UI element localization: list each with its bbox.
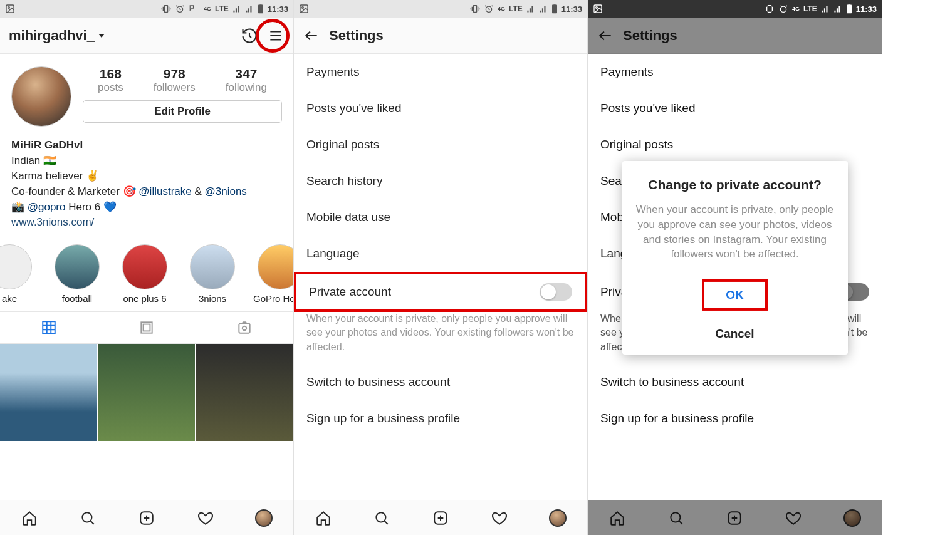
nav-profile-icon[interactable] <box>549 509 567 527</box>
post-thumb[interactable] <box>98 344 196 441</box>
svg-rect-8 <box>144 324 150 331</box>
lte-label: LTE <box>509 4 523 13</box>
image-icon <box>593 4 603 14</box>
image-icon <box>299 4 309 14</box>
chevron-down-icon <box>98 34 105 38</box>
mention-3nions[interactable]: @3nions <box>205 185 247 197</box>
battery-icon <box>846 4 852 14</box>
private-account-toggle[interactable] <box>540 283 572 301</box>
settings-item-payments[interactable]: Payments <box>294 54 587 90</box>
4g-label: 4G <box>498 6 505 12</box>
settings-title: Settings <box>329 28 384 44</box>
highlight-item[interactable]: ake <box>0 244 36 304</box>
settings-item-original-posts[interactable]: Original posts <box>294 127 587 163</box>
status-bar: 4G LTE 11:33 <box>0 0 293 18</box>
4g-label: 4G <box>792 6 800 12</box>
username-dropdown[interactable]: mihirgadhvi_ <box>9 28 105 44</box>
svg-rect-5 <box>259 4 261 5</box>
svg-rect-2 <box>164 6 167 13</box>
alarm-icon <box>175 4 185 14</box>
stat-followers[interactable]: 978 followers <box>154 66 196 94</box>
clock: 11:33 <box>856 4 877 14</box>
clock: 11:33 <box>268 4 288 14</box>
signal-icon <box>526 4 535 13</box>
tab-grid[interactable] <box>0 312 98 343</box>
archive-icon[interactable] <box>241 27 258 44</box>
nav-search-icon[interactable] <box>79 509 97 527</box>
settings-item-search-history[interactable]: Search history <box>294 163 587 199</box>
nav-heart-icon[interactable] <box>491 509 508 527</box>
bio-line1: Indian 🇮🇳 <box>11 153 282 169</box>
signal-icon <box>232 4 241 13</box>
lte-label: LTE <box>215 4 229 13</box>
bio-line3: Co-founder & Marketer 🎯 @illustrake & @3… <box>11 184 282 200</box>
status-bar: 4G LTE 11:33 <box>588 0 882 18</box>
nav-profile-icon[interactable] <box>255 509 273 527</box>
highlights-tray[interactable]: ake football one plus 6 3nions GoPro Her… <box>0 239 293 311</box>
volte-icon <box>189 4 200 13</box>
battery-icon <box>551 4 558 14</box>
nav-heart-icon[interactable] <box>197 509 214 527</box>
highlight-item[interactable]: GoPro Hero 6 <box>253 244 293 304</box>
highlight-item[interactable]: football <box>50 244 104 304</box>
posts-grid <box>0 344 293 441</box>
dialog-cancel-button[interactable]: Cancel <box>636 317 834 355</box>
back-arrow-icon[interactable] <box>303 27 320 44</box>
dialog-ok-button[interactable]: OK <box>726 278 744 311</box>
profile-header: mihirgadhvi_ <box>0 18 293 54</box>
screen-dialog: 4G LTE 11:33 Settings Payments Posts you… <box>588 0 882 535</box>
bottom-nav <box>0 500 293 535</box>
settings-item-language[interactable]: Language <box>294 236 587 272</box>
signal-icon-2 <box>833 4 842 13</box>
signal-icon-2 <box>539 4 548 13</box>
bio-website[interactable]: www.3nions.com/ <box>11 216 94 228</box>
mention-gopro[interactable]: @gopro <box>28 201 66 213</box>
private-account-description: When your account is private, only peopl… <box>294 312 587 364</box>
svg-rect-34 <box>848 4 850 5</box>
hamburger-menu-icon[interactable] <box>267 27 285 44</box>
dialog-title: Change to private account? <box>636 177 834 192</box>
nav-home-icon[interactable] <box>315 509 332 527</box>
profile-top: 168 posts 978 followers 347 following Ed… <box>0 54 293 133</box>
settings-item-posts-liked[interactable]: Posts you've liked <box>294 90 587 127</box>
nav-add-icon[interactable] <box>432 509 449 527</box>
stat-posts[interactable]: 168 posts <box>98 66 123 94</box>
dialog-body: When your account is private, only peopl… <box>636 202 834 262</box>
tab-feed[interactable] <box>98 312 196 343</box>
svg-point-10 <box>243 326 247 331</box>
bio-name: MiHiR GaDHvI <box>11 138 282 153</box>
nav-home-icon[interactable] <box>21 509 38 527</box>
nav-add-icon[interactable] <box>138 509 155 527</box>
username-text: mihirgadhvi_ <box>9 28 95 44</box>
post-thumb[interactable] <box>196 344 293 441</box>
settings-item-switch-business[interactable]: Switch to business account <box>294 364 587 400</box>
tab-tagged[interactable] <box>196 312 293 343</box>
highlight-item[interactable]: 3nions <box>185 244 239 304</box>
alarm-icon <box>778 4 788 14</box>
nav-search-icon[interactable] <box>373 509 390 527</box>
edit-profile-button[interactable]: Edit Profile <box>83 100 282 123</box>
status-bar: 4G LTE 11:33 <box>294 0 587 18</box>
settings-header: Settings <box>294 18 587 54</box>
avatar[interactable] <box>11 66 71 127</box>
post-thumb[interactable] <box>0 344 97 441</box>
vibrate-icon <box>470 4 480 14</box>
4g-label: 4G <box>204 6 211 12</box>
svg-point-32 <box>780 6 786 12</box>
svg-point-30 <box>596 7 598 9</box>
settings-item-mobile-data[interactable]: Mobile data use <box>294 199 587 236</box>
stat-following[interactable]: 347 following <box>226 66 267 94</box>
highlight-item[interactable]: one plus 6 <box>118 244 172 304</box>
profile-tabs <box>0 311 293 344</box>
svg-point-11 <box>83 512 92 522</box>
svg-point-1 <box>8 7 10 9</box>
mention-illustrake[interactable]: @illustrake <box>138 185 191 197</box>
vibrate-icon <box>765 4 775 14</box>
annotation-box: OK <box>702 279 768 311</box>
settings-item-signup-business[interactable]: Sign up for a business profile <box>294 400 587 437</box>
bio-block: MiHiR GaDHvI Indian 🇮🇳 Karma believer ✌️… <box>0 133 293 239</box>
settings-list[interactable]: Payments Posts you've liked Original pos… <box>294 54 587 500</box>
svg-rect-33 <box>847 5 852 14</box>
svg-rect-28 <box>729 512 741 524</box>
settings-item-private-account[interactable]: Private account <box>294 272 587 312</box>
